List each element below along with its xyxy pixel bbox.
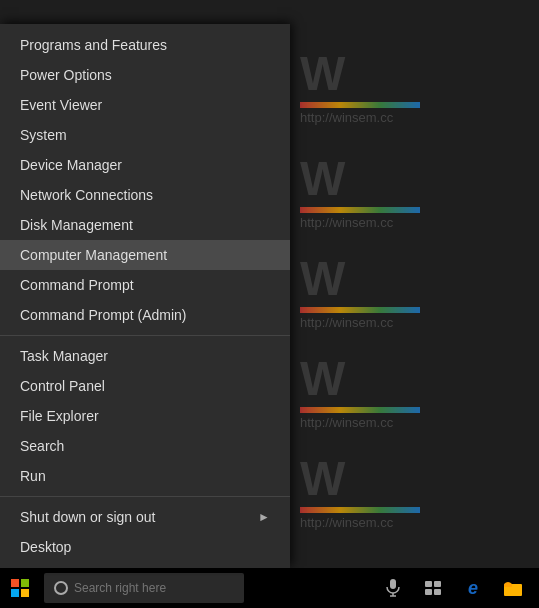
svg-rect-8 <box>504 584 512 587</box>
search-input[interactable] <box>74 581 234 595</box>
menu-item-control-panel[interactable]: Control Panel <box>0 371 290 401</box>
menu-item-system[interactable]: System <box>0 120 290 150</box>
svg-rect-0 <box>390 579 396 589</box>
menu-item-disk-management[interactable]: Disk Management <box>0 210 290 240</box>
menu-item-file-explorer[interactable]: File Explorer <box>0 401 290 431</box>
menu-item-device-manager[interactable]: Device Manager <box>0 150 290 180</box>
menu-divider-1 <box>0 335 290 336</box>
watermark-2: W http://winsem.cc <box>300 155 420 230</box>
watermark-3: W http://winsem.cc <box>300 255 420 330</box>
search-circle-icon <box>54 581 68 595</box>
menu-item-command-prompt-admin[interactable]: Command Prompt (Admin) <box>0 300 290 330</box>
watermark-5: W http://winsem.cc <box>300 455 420 530</box>
edge-icon[interactable]: e <box>455 570 491 606</box>
taskbar-search-box[interactable] <box>44 573 244 603</box>
svg-rect-3 <box>425 581 432 587</box>
watermark-4: W http://winsem.cc <box>300 355 420 430</box>
menu-item-desktop[interactable]: Desktop <box>0 532 290 562</box>
submenu-arrow-icon: ► <box>258 510 270 524</box>
menu-item-search[interactable]: Search <box>0 431 290 461</box>
menu-divider-2 <box>0 496 290 497</box>
start-button[interactable] <box>0 568 40 608</box>
watermark-1: W http://winsem.cc <box>300 50 420 125</box>
microphone-icon[interactable] <box>375 570 411 606</box>
start-icon <box>11 579 29 597</box>
task-view-icon[interactable] <box>415 570 451 606</box>
svg-rect-6 <box>434 589 441 595</box>
menu-item-power-options[interactable]: Power Options <box>0 60 290 90</box>
menu-item-event-viewer[interactable]: Event Viewer <box>0 90 290 120</box>
svg-rect-4 <box>434 581 441 587</box>
menu-item-run[interactable]: Run <box>0 461 290 491</box>
menu-item-network-connections[interactable]: Network Connections <box>0 180 290 210</box>
taskbar: e <box>0 568 539 608</box>
svg-rect-5 <box>425 589 432 595</box>
menu-item-command-prompt[interactable]: Command Prompt <box>0 270 290 300</box>
menu-item-shut-down-or-sign-out[interactable]: Shut down or sign out ► <box>0 502 290 532</box>
context-menu: Programs and Features Power Options Even… <box>0 24 290 568</box>
file-explorer-icon[interactable] <box>495 570 531 606</box>
menu-item-computer-management[interactable]: Computer Management <box>0 240 290 270</box>
menu-item-task-manager[interactable]: Task Manager <box>0 341 290 371</box>
taskbar-right-area: e <box>375 570 539 606</box>
menu-item-programs-and-features[interactable]: Programs and Features <box>0 30 290 60</box>
